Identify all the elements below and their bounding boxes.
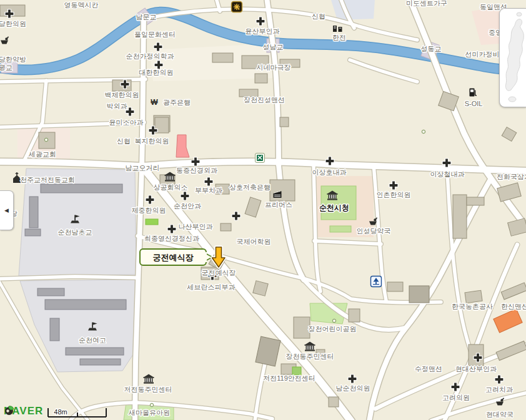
map-label: 순천가정의학과 (126, 52, 174, 60)
bank-green-icon (256, 154, 265, 163)
highlighted-place-label[interactable]: 궁전예식장 (140, 249, 212, 265)
map-label: 풀잎문화센터 (134, 31, 176, 38)
map-label: 대한한의원 (139, 69, 174, 76)
highlighted-place-text: 궁전예식장 (153, 253, 194, 262)
map-label: 프리머스 (265, 201, 292, 208)
map-label: 순천여고 (79, 336, 106, 344)
overview-inset-graphic (500, 9, 526, 107)
map-label: 현대산부인과 (455, 365, 497, 373)
map-label: 장천진성맨션 (244, 96, 285, 104)
left-arrow-icon: ◀ (4, 208, 9, 213)
map-label: 영동멕시칸 (64, 1, 99, 9)
map-label: 제중한의원 (132, 207, 166, 214)
map-label: 시네마극장 (257, 64, 291, 71)
map-label: 전화국삼거리 (497, 173, 526, 180)
map-label: 한국농촌공사 (452, 303, 493, 310)
map-label: 남문교 (136, 13, 157, 21)
map-label: 한신맨션 (501, 303, 526, 310)
map-label: 고려치과 (485, 386, 513, 393)
map-label: 신협 (117, 137, 131, 145)
map-canvas[interactable]: ₩ (0, 0, 526, 420)
bank-won-icon (151, 98, 158, 107)
map-label: 윤미소아과 (109, 119, 144, 126)
map-label: 윤산부인과 (246, 27, 280, 35)
small-dot (422, 130, 425, 133)
map-label: 수정맨션 (415, 365, 442, 373)
small-dot (150, 403, 153, 406)
map-label: 인성당약국 (357, 227, 391, 235)
map-label: 인촌한의원 (377, 191, 411, 198)
map-label: 고려의원 (442, 394, 470, 401)
map-label: 세광교회 (28, 150, 56, 158)
naver-logo[interactable]: NAVER (4, 405, 43, 418)
map-label: 이상호내과 (312, 168, 347, 176)
map-label: 한전 (332, 34, 346, 41)
map-label: 국제어학원 (237, 238, 271, 245)
overview-inset-map[interactable] (499, 8, 526, 107)
map-label: 미도센트가구 (406, 0, 447, 7)
map-label: 부부치과 (195, 187, 222, 194)
map-label: 이상철내과 (430, 170, 465, 178)
pan-west-control[interactable]: ◀ (0, 190, 14, 230)
map-label: 저전동주민센터 (124, 386, 172, 393)
map-label: 당한약방 (0, 56, 26, 63)
park-tree-icon (371, 276, 382, 287)
map-label: 선미카정비 (465, 51, 500, 58)
map-label: S-OIL (465, 100, 483, 107)
map-label: 장천어린이공원 (309, 325, 357, 333)
map-label: 당한의원 (0, 20, 26, 27)
map-label: 동증신경외과 (176, 167, 217, 174)
map-label: 장천동주민센터 (286, 353, 334, 360)
map-label: 새마을유아원 (128, 409, 170, 416)
map-label: 백제한의원 (105, 91, 139, 99)
map-label: 신협 (312, 12, 325, 20)
naver-logo-icon (4, 405, 14, 416)
small-dot (44, 138, 47, 141)
map-label: 세브란스피부과 (187, 283, 236, 291)
map-label: 광주은행 (163, 99, 191, 106)
map-label: 평교 (0, 64, 12, 71)
map-label: 순천안과 (174, 202, 201, 210)
map-svg[interactable]: ₩ (0, 0, 526, 420)
scale-distance-label: 48m (54, 408, 67, 416)
map-label: 성동교 (421, 45, 442, 52)
map-label: 순천시청 (319, 203, 349, 212)
police-badge-icon (232, 2, 242, 12)
map-label: 남순천의원 (336, 384, 370, 392)
map-label: 남교오거리 (126, 164, 160, 172)
map-label: 나산부인과 (179, 223, 213, 230)
map-label: 궁전예식장 (202, 269, 236, 276)
map-label: 최종영신경정신과 (144, 235, 199, 242)
map-label: 성남교 (263, 43, 284, 51)
small-dot (332, 319, 335, 322)
map-label: 박외과 (107, 102, 127, 110)
map-label: 상호저축은행 (229, 183, 270, 191)
map-label: 천주교저전동교회 (20, 176, 75, 183)
map-label: 현대약국 (486, 411, 514, 418)
map-label: 순천남초교 (58, 228, 92, 236)
map-label: 상공회의소 (154, 183, 188, 191)
map-label: 복지한의원 (135, 137, 169, 145)
map-label: 저전119안전센터 (263, 374, 315, 382)
